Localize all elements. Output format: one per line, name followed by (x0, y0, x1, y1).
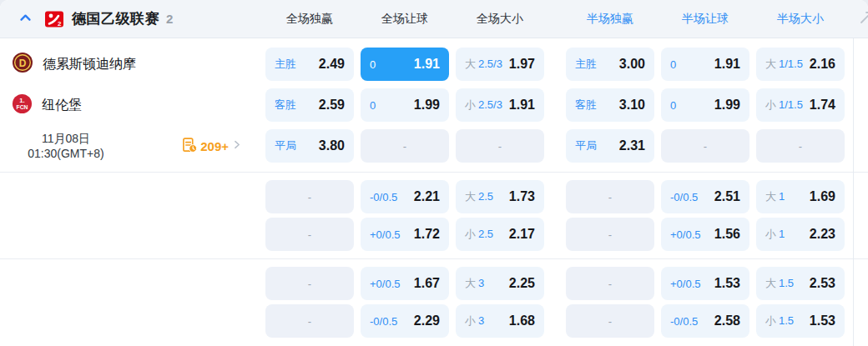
odds-cell[interactable]: 客胜2.59 (265, 88, 354, 122)
odds-cell-empty: - (265, 304, 354, 338)
odds-row: -+0/0.51.72小2.52.17-+0/0.51.56小12.23 (265, 218, 851, 251)
odds-label: 小3 (465, 313, 484, 328)
panel-header: 2 德国乙级联赛 2 全场独赢全场让球全场大小半场独赢半场让球半场大小 (0, 0, 868, 38)
odds-cell-empty: - (566, 180, 654, 213)
match-date: 11月08日 (0, 131, 132, 146)
odds-cell[interactable]: 小2.5/31.91 (456, 88, 544, 122)
away-team-row[interactable]: 1.FCN 纽伦堡 (0, 88, 260, 122)
odds-cell[interactable]: 大2.5/31.97 (456, 48, 544, 81)
odds-label: 小2.5/3 (465, 98, 502, 113)
odds-cell[interactable]: +0/0.51.67 (361, 267, 449, 300)
column-header[interactable]: 半场让球 (661, 12, 749, 27)
odds-cell[interactable]: -0/0.52.51 (661, 180, 749, 213)
odds-cell[interactable]: 01.91 (661, 48, 749, 81)
odds-label: 大3 (465, 276, 484, 291)
odds-cell[interactable]: +0/0.51.56 (661, 218, 749, 251)
odds-cell[interactable]: +0/0.51.53 (661, 267, 749, 300)
odds-value: 1.72 (414, 227, 440, 242)
odds-value: 1.53 (810, 313, 835, 328)
odds-row: 平局3.80--平局2.31-- (265, 129, 851, 163)
odds-label: 小1 (765, 227, 785, 242)
column-header[interactable]: 全场让球 (361, 12, 449, 27)
odds-cell[interactable]: 小12.23 (756, 218, 845, 251)
match-info-column: D 德累斯顿迪纳摩 1.FCN 纽伦堡 11月08日 01:30(GMT+8) (0, 48, 260, 163)
odds-cell[interactable]: +0/0.51.72 (361, 218, 449, 251)
odds-label: 小1/1.5 (765, 98, 803, 113)
empty-dash: - (608, 228, 612, 241)
match-time: 01:30(GMT+8) (0, 146, 132, 161)
home-team-row[interactable]: D 德累斯顿迪纳摩 (0, 48, 260, 81)
odds-cell[interactable]: 大1.52.53 (756, 267, 845, 300)
league-odds-panel: 2 德国乙级联赛 2 全场独赢全场让球全场大小半场独赢半场让球半场大小 D 德累… (0, 0, 868, 346)
odds-value: 1.91 (414, 57, 440, 72)
odds-value: 1.68 (509, 313, 535, 328)
odds-cell[interactable]: 大32.25 (456, 267, 544, 300)
empty-dash: - (308, 278, 311, 290)
empty-dash: - (608, 191, 612, 203)
odds-rows-main: 主胜2.4901.91大2.5/31.97主胜3.0001.91大1/1.52.… (260, 48, 851, 163)
odds-value: 2.29 (414, 313, 440, 328)
odds-label: 0 (370, 58, 376, 71)
odds-label: 平局 (575, 138, 597, 153)
odds-value: 2.51 (714, 189, 740, 204)
odds-label: 客胜 (575, 98, 597, 113)
odds-cell[interactable]: -0/0.52.58 (661, 304, 749, 338)
partial-settings-icon[interactable] (859, 10, 868, 28)
odds-value: 2.59 (319, 98, 345, 113)
odds-cell[interactable]: 主胜3.00 (566, 48, 654, 81)
odds-cell[interactable]: 主胜2.49 (265, 48, 354, 81)
odds-value: 2.31 (619, 138, 645, 153)
collapse-button[interactable] (18, 11, 33, 28)
odds-value: 2.21 (414, 189, 440, 204)
list-clock-icon (181, 137, 198, 156)
more-markets-link[interactable]: 209+ (181, 137, 242, 156)
odds-value: 2.53 (810, 276, 835, 291)
odds-cell[interactable]: 平局2.31 (566, 129, 654, 163)
odds-label: 主胜 (575, 57, 597, 72)
odds-label: -0/0.5 (370, 191, 397, 203)
match-datetime: 11月08日 01:30(GMT+8) (0, 131, 132, 161)
empty-dash: - (608, 315, 612, 328)
column-header[interactable]: 全场独赢 (265, 12, 354, 27)
odds-rows-secondary: --0/0.52.21大2.51.73--0/0.52.51大11.69-+0/… (260, 180, 851, 251)
odds-column-headers: 全场独赢全场让球全场大小半场独赢半场让球半场大小 (260, 12, 851, 27)
odds-value: 2.49 (319, 57, 345, 72)
odds-value: 1.97 (509, 57, 535, 72)
odds-label: 客胜 (275, 98, 296, 113)
odds-value: 1.91 (714, 57, 740, 72)
empty-dash: - (308, 191, 311, 203)
odds-cell-empty: - (566, 218, 654, 251)
odds-cell-empty: - (756, 129, 845, 163)
match-meta-row: 11月08日 01:30(GMT+8) 209+ (0, 129, 260, 163)
odds-cell[interactable]: 大1/1.52.16 (756, 48, 845, 81)
odds-label: +0/0.5 (370, 278, 401, 290)
odds-cell[interactable]: 小1/1.51.74 (756, 88, 845, 122)
odds-cell[interactable]: 大2.51.73 (456, 180, 544, 213)
column-header[interactable]: 半场独赢 (566, 12, 654, 27)
odds-cell[interactable]: 小1.51.53 (756, 304, 845, 338)
odds-cell[interactable]: 小2.52.17 (456, 218, 544, 251)
odds-cell[interactable]: -0/0.52.29 (361, 304, 449, 338)
empty-dash: - (498, 140, 502, 153)
svg-text:FCN: FCN (17, 103, 28, 109)
empty-dash: - (308, 228, 311, 241)
odds-group-main: D 德累斯顿迪纳摩 1.FCN 纽伦堡 11月08日 01:30(GMT+8) (0, 38, 868, 172)
column-header[interactable]: 半场大小 (756, 12, 845, 27)
empty-dash: - (308, 315, 311, 328)
odds-cell[interactable]: 01.99 (661, 88, 749, 122)
odds-cell[interactable]: 客胜3.10 (566, 88, 654, 122)
odds-cell[interactable]: -0/0.52.21 (361, 180, 449, 213)
odds-label: 0 (370, 99, 376, 112)
odds-cell[interactable]: 小31.68 (456, 304, 544, 338)
spacer-column (0, 267, 260, 338)
odds-label: 主胜 (275, 57, 296, 72)
column-header[interactable]: 全场大小 (456, 12, 544, 27)
odds-cell[interactable]: 01.91 (361, 48, 449, 81)
odds-cell[interactable]: 大11.69 (756, 180, 845, 213)
odds-cell[interactable]: 平局3.80 (265, 129, 354, 163)
odds-value: 1.99 (714, 98, 740, 113)
odds-value: 1.99 (414, 98, 440, 113)
odds-label: 大2.5/3 (465, 57, 502, 72)
odds-value: 1.91 (509, 98, 535, 113)
odds-cell[interactable]: 01.99 (361, 88, 449, 122)
